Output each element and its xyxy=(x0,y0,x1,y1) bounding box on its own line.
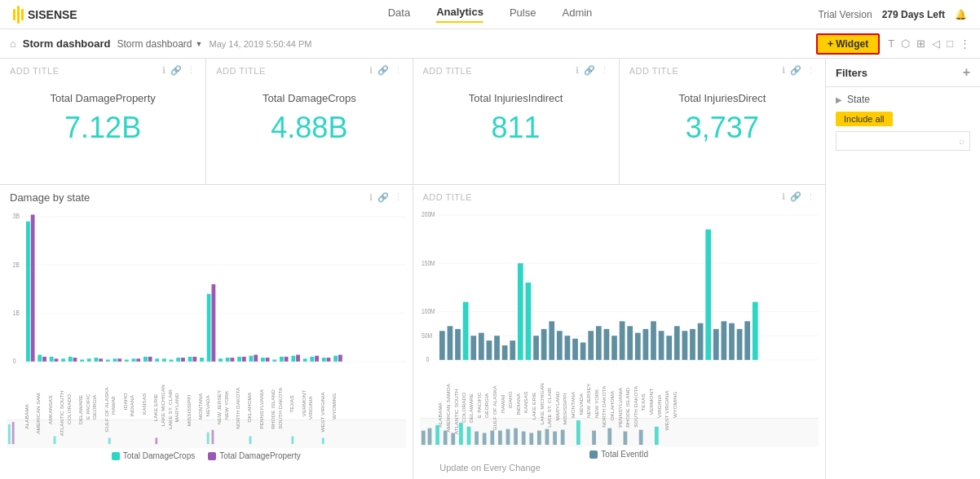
svg-rect-56 xyxy=(296,355,300,362)
svg-text:TEXAS: TEXAS xyxy=(290,395,294,412)
svg-rect-206 xyxy=(560,430,564,445)
svg-rect-1 xyxy=(17,6,20,24)
top-nav: SISENSE Data Analytics Pulse Admin Trial… xyxy=(0,0,980,29)
chart-right-info-icon[interactable]: ℹ xyxy=(782,191,785,202)
chart-right-mini[interactable] xyxy=(420,418,819,446)
filter-chevron-icon[interactable]: ▶ xyxy=(836,95,842,104)
event-by-state-chart: 200M 150M 100M 50M 0 xyxy=(420,205,819,418)
filters-sidebar: Filters + ▶ State Include all ⌕ Update o… xyxy=(825,59,980,479)
svg-rect-97 xyxy=(12,422,15,444)
filter-search-input[interactable] xyxy=(841,136,965,146)
svg-rect-124 xyxy=(501,345,507,360)
chart-right-link-icon[interactable]: 🔗 xyxy=(790,191,801,202)
toolbar-grid-icon[interactable]: ⊞ xyxy=(916,37,925,50)
chart-left-link-icon[interactable]: 🔗 xyxy=(377,192,389,203)
nav-analytics[interactable]: Analytics xyxy=(436,6,483,23)
svg-text:HAWAII: HAWAII xyxy=(112,396,116,415)
svg-text:IDAHO: IDAHO xyxy=(123,393,127,410)
svg-rect-189 xyxy=(427,428,431,445)
info-icon-1[interactable]: ℹ xyxy=(162,65,166,76)
svg-rect-31 xyxy=(143,357,148,362)
svg-rect-30 xyxy=(136,358,140,362)
toolbar-icons: T ⬡ ⊞ ◁ □ ⋮ xyxy=(888,37,970,50)
svg-rect-126 xyxy=(517,263,523,360)
chart-left-mini[interactable] xyxy=(7,420,406,448)
chart-right-more-icon[interactable]: ⋮ xyxy=(806,191,815,202)
toolbar-share-icon[interactable]: ◁ xyxy=(932,37,940,50)
svg-rect-116 xyxy=(439,331,444,360)
link-icon-3[interactable]: 🔗 xyxy=(584,65,595,76)
svg-text:LAKE ERIE: LAKE ERIE xyxy=(154,394,158,422)
svg-rect-29 xyxy=(132,358,136,362)
info-icon-3[interactable]: ℹ xyxy=(576,65,579,76)
more-icon-1[interactable]: ⋮ xyxy=(187,65,196,76)
svg-rect-39 xyxy=(192,357,196,362)
svg-rect-151 xyxy=(713,329,718,360)
chart-left-info-icon[interactable]: ℹ xyxy=(369,192,373,203)
breadcrumb[interactable]: Storm dashboard ▼ xyxy=(117,38,202,50)
nav-data[interactable]: Data xyxy=(388,7,410,22)
trial-days: 279 Days Left xyxy=(882,9,945,20)
svg-rect-25 xyxy=(106,359,110,361)
chart-left-more-icon[interactable]: ⋮ xyxy=(394,192,403,203)
svg-rect-145 xyxy=(666,336,672,360)
filters-add-button[interactable]: + xyxy=(963,65,970,80)
chart-right-header: ADD TITLE ℹ 🔗 ⋮ xyxy=(413,185,826,205)
svg-rect-143 xyxy=(651,321,656,359)
svg-text:GEORGIA: GEORGIA xyxy=(93,395,97,420)
svg-rect-149 xyxy=(697,323,703,360)
include-all-button[interactable]: Include all xyxy=(836,112,893,126)
svg-rect-99 xyxy=(108,437,111,444)
svg-rect-199 xyxy=(505,429,510,445)
nav-pulse[interactable]: Pulse xyxy=(510,7,536,22)
info-icon-4[interactable]: ℹ xyxy=(782,65,785,76)
svg-rect-201 xyxy=(521,432,525,446)
svg-rect-55 xyxy=(291,356,295,362)
info-icon-2[interactable]: ℹ xyxy=(369,65,373,76)
sisense-logo-svg: SISENSE xyxy=(13,6,86,24)
more-icon-2[interactable]: ⋮ xyxy=(394,65,403,76)
svg-rect-17 xyxy=(55,358,59,362)
toolbar-shape-icon[interactable]: ⬡ xyxy=(901,37,910,50)
link-icon-2[interactable]: 🔗 xyxy=(377,65,389,76)
link-icon-1[interactable]: 🔗 xyxy=(170,65,182,76)
svg-rect-119 xyxy=(462,302,468,360)
add-widget-button[interactable]: + Widget xyxy=(816,33,880,55)
svg-text:NEVADA: NEVADA xyxy=(579,393,583,415)
sub-header: ⌂ Storm dashboard Storm dashboard ▼ May … xyxy=(0,29,980,59)
legend-label-crops: Total DamageCrops xyxy=(123,451,195,460)
svg-text:IDAHO: IDAHO xyxy=(508,391,512,408)
filter-search-box: ⌕ xyxy=(836,131,970,151)
svg-rect-152 xyxy=(721,321,726,359)
svg-rect-122 xyxy=(486,341,492,360)
toolbar-comment-icon[interactable]: □ xyxy=(947,37,953,50)
dashboard-date: May 14, 2019 5:50:44 PM xyxy=(209,39,311,49)
svg-rect-144 xyxy=(658,331,664,360)
svg-rect-36 xyxy=(176,358,180,362)
svg-rect-123 xyxy=(494,336,500,360)
trial-version: Trial Version xyxy=(818,9,872,20)
svg-text:200M: 200M xyxy=(421,211,435,219)
svg-rect-102 xyxy=(211,430,214,444)
chart-left-header: Damage by state ℹ 🔗 ⋮ xyxy=(0,185,413,207)
bell-icon[interactable]: 🔔 xyxy=(955,9,967,20)
kpi-value-4: 3,737 xyxy=(629,111,815,145)
link-icon-4[interactable]: 🔗 xyxy=(790,65,801,76)
svg-rect-204 xyxy=(545,429,549,445)
svg-rect-16 xyxy=(50,357,54,362)
svg-rect-155 xyxy=(744,321,750,359)
svg-text:INDIANA: INDIANA xyxy=(130,395,135,416)
svg-rect-96 xyxy=(8,424,11,444)
svg-text:E PACIFIC: E PACIFIC xyxy=(477,392,481,418)
svg-rect-196 xyxy=(482,433,486,445)
svg-rect-38 xyxy=(188,357,192,362)
svg-rect-60 xyxy=(322,358,326,362)
more-icon-4[interactable]: ⋮ xyxy=(806,65,815,76)
svg-text:2B: 2B xyxy=(13,261,20,269)
more-icon-3[interactable]: ⋮ xyxy=(600,65,609,76)
toolbar-text-icon[interactable]: T xyxy=(888,37,894,50)
svg-rect-48 xyxy=(249,356,254,362)
svg-rect-197 xyxy=(490,431,494,445)
nav-admin[interactable]: Admin xyxy=(562,7,592,22)
toolbar-more-icon[interactable]: ⋮ xyxy=(960,37,970,50)
